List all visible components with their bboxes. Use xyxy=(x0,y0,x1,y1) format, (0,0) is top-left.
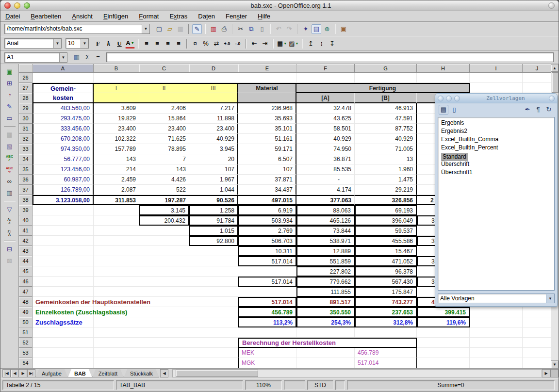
cell-C41[interactable] xyxy=(139,226,189,236)
themes-icon[interactable]: ▧ xyxy=(5,142,15,151)
cell-E28[interactable] xyxy=(238,93,296,103)
cell-G41[interactable]: 59.537 xyxy=(355,226,417,236)
cell-C39[interactable]: 3.145 xyxy=(139,205,189,215)
row-header-28[interactable]: 28 xyxy=(19,93,33,103)
cell-E38[interactable]: 497.015 xyxy=(238,195,296,205)
style-item--berschrift1[interactable]: Überschrift1 xyxy=(438,168,554,177)
cell-D49[interactable] xyxy=(189,307,238,317)
cell-C42[interactable] xyxy=(139,236,189,246)
cell-B30[interactable]: 19.829 xyxy=(94,114,139,124)
cell-D38[interactable]: 90.526 xyxy=(189,195,238,205)
cell-A34[interactable]: 56.777,00 xyxy=(33,154,94,164)
column-header-H[interactable]: H xyxy=(417,64,470,73)
edit-file-icon[interactable]: ✎ xyxy=(192,24,202,34)
cell-J27[interactable] xyxy=(523,83,552,93)
print-icon[interactable]: ⎙ xyxy=(219,24,229,34)
cell-F36[interactable]: - xyxy=(296,175,355,185)
form-functions-icon[interactable]: ▭ xyxy=(5,114,15,123)
row-header-35[interactable]: 35 xyxy=(19,164,33,175)
find-replace-icon[interactable]: ∞ xyxy=(5,177,15,186)
cell-F45[interactable]: 227.802 xyxy=(296,266,355,277)
cell-E34[interactable]: 6.507 xyxy=(238,154,296,164)
menu-extras[interactable]: Extras xyxy=(169,13,187,20)
insert-icon[interactable]: ▣ xyxy=(5,67,15,77)
cell-D40[interactable]: 91.784 xyxy=(189,215,238,226)
cell-C50[interactable] xyxy=(139,317,189,327)
cell-E31[interactable]: 35.101 xyxy=(238,124,296,134)
hyperlink-icon[interactable]: ⊕ xyxy=(322,24,332,34)
cell-I51[interactable] xyxy=(470,327,523,338)
menu-format[interactable]: Format xyxy=(139,13,159,20)
sheet-area-dropdown-icon[interactable]: ▼ xyxy=(59,53,67,62)
cell-D44[interactable] xyxy=(189,256,238,266)
cell-C44[interactable] xyxy=(139,256,189,266)
new-style-icon[interactable]: ¶ xyxy=(533,105,543,114)
cell-C32[interactable]: 71.625 xyxy=(139,134,189,144)
cell-I26[interactable] xyxy=(470,73,523,83)
cell-E30[interactable]: 35.693 xyxy=(238,114,296,124)
cell-C31[interactable]: 23.400 xyxy=(139,124,189,134)
font-name-dropdown-icon[interactable]: ▼ xyxy=(53,39,61,48)
cell-C45[interactable] xyxy=(139,266,189,277)
style-item-excel-builtin-percent[interactable]: Excel_BuiltIn_Percent xyxy=(438,144,554,152)
cell-G47[interactable]: 175.847 xyxy=(355,287,417,297)
cell-G38[interactable]: 326.856 xyxy=(355,195,417,205)
menu-hilfe[interactable]: Hilfe xyxy=(258,13,270,20)
cell-A44[interactable] xyxy=(33,256,94,266)
cell-I49[interactable] xyxy=(470,307,523,317)
row-header-49[interactable]: 49 xyxy=(19,307,33,317)
row-header-42[interactable]: 42 xyxy=(19,236,33,246)
increase-indent-icon[interactable]: ⇥ xyxy=(260,39,270,49)
stylist-shade-button[interactable] xyxy=(549,96,555,101)
autofilter-icon[interactable]: ▽ xyxy=(5,205,15,214)
cell-A32[interactable]: 670.208,00 xyxy=(33,134,94,144)
cell-F44[interactable]: 551.859 xyxy=(296,256,355,266)
cell-G45[interactable]: 96.378 xyxy=(355,266,417,277)
cell-A28[interactable]: kosten xyxy=(33,93,94,103)
cell-B46[interactable] xyxy=(94,277,139,287)
bold-icon[interactable]: F xyxy=(93,39,103,49)
cell-B27[interactable]: I xyxy=(94,83,139,93)
data-sources-icon[interactable]: ▥ xyxy=(5,188,15,198)
cell-B33[interactable]: 157.789 xyxy=(94,144,139,154)
sheet-tab-bab[interactable]: BAB xyxy=(68,369,92,377)
cell-D39[interactable]: 1.258 xyxy=(189,205,238,215)
window-shade-button[interactable] xyxy=(548,2,555,9)
cell-F33[interactable]: 74.950 xyxy=(296,144,355,154)
cell-J53[interactable] xyxy=(523,348,552,358)
cell-C40[interactable]: 200.432 xyxy=(139,215,189,226)
style-item-standard[interactable]: Standard xyxy=(441,153,468,161)
cell-F29[interactable]: 32.478 xyxy=(296,103,355,114)
cell-C52[interactable] xyxy=(139,338,189,348)
cell-E27[interactable]: Material xyxy=(238,83,296,93)
cell-J50[interactable] xyxy=(523,317,552,327)
cell-J49[interactable] xyxy=(523,307,552,317)
cell-G53[interactable]: 456.789 xyxy=(355,348,417,358)
cell-D27[interactable]: III xyxy=(189,83,238,93)
sheet-area-combo[interactable]: A1 ▼ xyxy=(4,52,67,63)
gallery-icon[interactable]: ▣ xyxy=(339,24,348,34)
underline-icon[interactable]: U xyxy=(115,39,124,49)
cell-G33[interactable]: 71.005 xyxy=(355,144,417,154)
cell-A41[interactable] xyxy=(33,226,94,236)
cell-C26[interactable] xyxy=(139,73,189,83)
cell-B44[interactable] xyxy=(94,256,139,266)
row-header-39[interactable]: 39 xyxy=(19,205,33,215)
cell-E42[interactable]: 506.703 xyxy=(238,236,296,246)
cell-E32[interactable]: 51.161 xyxy=(238,134,296,144)
font-color-icon[interactable]: A▼ xyxy=(125,39,135,49)
cell-B45[interactable] xyxy=(94,266,139,277)
cell-D51[interactable] xyxy=(189,327,238,338)
cell-E47[interactable] xyxy=(238,287,296,297)
cell-E36[interactable]: 37.871 xyxy=(238,175,296,185)
cell-B29[interactable]: 3.609 xyxy=(94,103,139,114)
prev-sheet-button[interactable]: ◀ xyxy=(11,369,19,377)
cell-G36[interactable]: 1.475 xyxy=(355,175,417,185)
cell-D26[interactable] xyxy=(189,73,238,83)
cell-C47[interactable] xyxy=(139,287,189,297)
cell-B37[interactable]: 2.087 xyxy=(94,185,139,195)
cell-B26[interactable] xyxy=(94,73,139,83)
align-left-icon[interactable]: ≡ xyxy=(142,39,151,49)
cell-C35[interactable]: 143 xyxy=(139,164,189,175)
align-top-icon[interactable]: ↥ xyxy=(306,39,315,49)
